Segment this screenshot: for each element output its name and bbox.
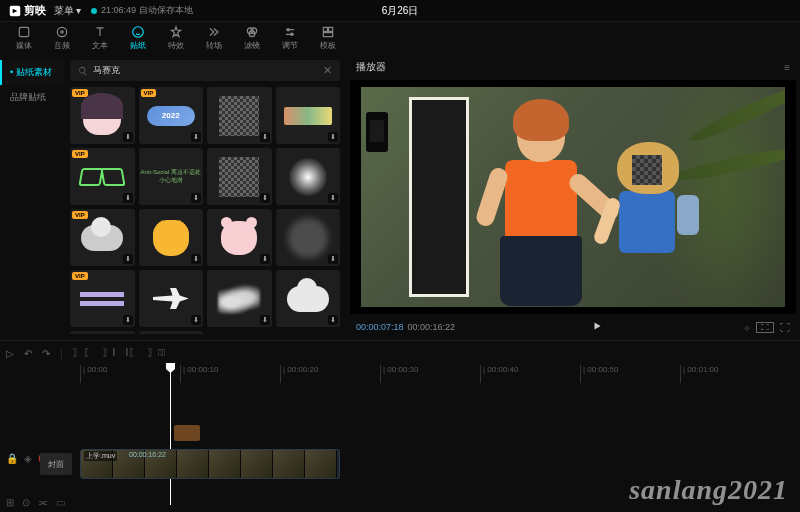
time-current: 00:00:07:18 bbox=[356, 322, 404, 332]
split-icon[interactable]: 〗〖 bbox=[73, 346, 93, 360]
tab-filter[interactable]: 滤镜 bbox=[234, 23, 270, 53]
tab-effect[interactable]: 特效 bbox=[158, 23, 194, 53]
sticker-item[interactable]: ⬇ bbox=[207, 270, 272, 327]
timeline-tracks[interactable]: 🔒 ◈ 🔇 封面 上学.muv 00:00:16:22 ⊞ ⊙ ⫘ ▭ bbox=[0, 383, 800, 512]
category-tabs: 媒体 音频 文本 贴纸 特效 转场 滤镜 调节 模板 bbox=[0, 22, 800, 54]
svg-rect-10 bbox=[323, 27, 327, 31]
split-left-icon[interactable]: 〗I bbox=[103, 346, 116, 360]
track-lock-icon[interactable]: 🔒 bbox=[6, 453, 18, 464]
svg-rect-1 bbox=[19, 27, 28, 36]
sticker-item[interactable]: ⬇ bbox=[207, 148, 272, 205]
download-icon[interactable]: ⬇ bbox=[328, 254, 338, 264]
sticker-side-nav: • 贴纸素材 品牌贴纸 bbox=[0, 54, 64, 340]
preview-menu-icon[interactable]: ≡ bbox=[784, 62, 790, 73]
sticker-item[interactable]: Anti-Social 离这不远处 小心地滑⬇ bbox=[139, 148, 204, 205]
sticker-item[interactable]: VIP⬇ bbox=[70, 209, 135, 266]
video-clip[interactable]: 上学.muv 00:00:16:22 bbox=[80, 449, 340, 479]
clip-duration: 00:00:16:22 bbox=[129, 451, 166, 458]
app-logo: 剪映 bbox=[8, 3, 46, 18]
magnet-icon[interactable]: ⊙ bbox=[22, 497, 30, 508]
vip-badge: VIP bbox=[141, 89, 157, 97]
download-icon[interactable]: ⬇ bbox=[260, 132, 270, 142]
sticker-clip[interactable] bbox=[174, 425, 200, 441]
delete-split-icon[interactable]: 〗〖̸ bbox=[148, 346, 165, 360]
menu-button[interactable]: 菜单 ▾ bbox=[54, 4, 81, 18]
ratio-icon[interactable]: ⟐ bbox=[744, 322, 750, 333]
vip-badge: VIP bbox=[72, 150, 88, 158]
cover-button[interactable]: 封面 bbox=[40, 453, 72, 475]
sticker-item[interactable]: ⬇ bbox=[276, 209, 341, 266]
crop-icon[interactable]: ⛶ bbox=[756, 322, 774, 333]
preview-viewport[interactable] bbox=[350, 80, 796, 314]
download-icon[interactable]: ⬇ bbox=[123, 132, 133, 142]
tab-adjust[interactable]: 调节 bbox=[272, 23, 308, 53]
tab-text[interactable]: 文本 bbox=[82, 23, 118, 53]
download-icon[interactable]: ⬇ bbox=[260, 193, 270, 203]
tab-transition[interactable]: 转场 bbox=[196, 23, 232, 53]
vip-badge: VIP bbox=[72, 211, 88, 219]
download-icon[interactable]: ⬇ bbox=[123, 193, 133, 203]
clear-search-icon[interactable]: ✕ bbox=[323, 64, 332, 77]
download-icon[interactable]: ⬇ bbox=[260, 315, 270, 325]
toggle-track-icon[interactable]: ⊞ bbox=[6, 497, 14, 508]
preview-cut-icon[interactable]: ▭ bbox=[56, 497, 65, 508]
vip-badge: VIP bbox=[72, 89, 88, 97]
download-icon[interactable]: ⬇ bbox=[123, 315, 133, 325]
svg-rect-12 bbox=[323, 33, 332, 37]
download-icon[interactable]: ⬇ bbox=[328, 132, 338, 142]
link-icon[interactable]: ⫘ bbox=[38, 497, 48, 508]
undo-icon[interactable]: ↶ bbox=[24, 348, 32, 359]
sticker-item[interactable]: VIP2022⬇ bbox=[139, 87, 204, 144]
split-right-icon[interactable]: I〖 bbox=[125, 346, 138, 360]
sticker-item[interactable]: VIP⬇ bbox=[70, 87, 135, 144]
timeline-ruler[interactable]: | 00:00 | 00:00:10 | 00:00:20 | 00:00:30… bbox=[0, 365, 800, 383]
track-visible-icon[interactable]: ◈ bbox=[24, 453, 32, 464]
autosave-status: 21:06:49 自动保存本地 bbox=[91, 4, 193, 17]
tab-template[interactable]: 模板 bbox=[310, 23, 346, 53]
timeline-toolbar: ▷ ↶ ↷ | 〗〖 〗I I〖 〗〖̸ bbox=[0, 341, 800, 365]
sticker-item[interactable]: ⬇ bbox=[139, 209, 204, 266]
search-input[interactable] bbox=[88, 66, 323, 76]
sticker-item[interactable]: ⬇ bbox=[139, 270, 204, 327]
sticker-item[interactable]: VIP⬇ bbox=[70, 148, 135, 205]
preview-title: 播放器 bbox=[356, 60, 386, 74]
tab-media[interactable]: 媒体 bbox=[6, 23, 42, 53]
download-icon[interactable]: ⬇ bbox=[191, 193, 201, 203]
sticker-item[interactable] bbox=[139, 331, 204, 334]
sticker-item[interactable]: ⬇ bbox=[207, 209, 272, 266]
download-icon[interactable]: ⬇ bbox=[260, 254, 270, 264]
sticker-item[interactable]: ⬇ bbox=[276, 87, 341, 144]
sticker-item[interactable]: ⬇ bbox=[276, 270, 341, 327]
project-title: 6月26日 bbox=[382, 4, 419, 18]
download-icon[interactable]: ⬇ bbox=[191, 315, 201, 325]
download-icon[interactable]: ⬇ bbox=[191, 254, 201, 264]
download-icon[interactable]: ⬇ bbox=[328, 193, 338, 203]
play-button[interactable] bbox=[591, 320, 603, 334]
download-icon[interactable]: ⬇ bbox=[328, 315, 338, 325]
search-bar[interactable]: ✕ bbox=[70, 60, 340, 81]
svg-point-4 bbox=[133, 27, 144, 38]
redo-icon[interactable]: ↷ bbox=[42, 348, 50, 359]
download-icon[interactable]: ⬇ bbox=[191, 132, 201, 142]
sticker-item[interactable]: ⬇ bbox=[207, 87, 272, 144]
clip-name: 上学.muv bbox=[84, 451, 117, 461]
sticker-item[interactable]: ⬇ bbox=[276, 148, 341, 205]
sticker-item[interactable]: VIP⬇ bbox=[70, 270, 135, 327]
svg-point-2 bbox=[57, 27, 66, 36]
sticker-item[interactable] bbox=[70, 331, 135, 334]
fullscreen-icon[interactable]: ⛶ bbox=[780, 322, 790, 333]
svg-rect-11 bbox=[329, 27, 333, 31]
search-icon bbox=[78, 66, 88, 76]
download-icon[interactable]: ⬇ bbox=[123, 254, 133, 264]
svg-point-3 bbox=[61, 31, 63, 33]
side-item-material[interactable]: • 贴纸素材 bbox=[0, 60, 64, 85]
time-total: 00:00:16:22 bbox=[408, 322, 456, 332]
tab-audio[interactable]: 音频 bbox=[44, 23, 80, 53]
tab-sticker[interactable]: 贴纸 bbox=[120, 23, 156, 53]
pointer-tool-icon[interactable]: ▷ bbox=[6, 348, 14, 359]
side-item-brand[interactable]: 品牌贴纸 bbox=[0, 85, 64, 110]
sticker-grid: VIP⬇ VIP2022⬇ ⬇ ⬇ VIP⬇ Anti-Social 离这不远处… bbox=[70, 87, 340, 334]
vip-badge: VIP bbox=[72, 272, 88, 280]
